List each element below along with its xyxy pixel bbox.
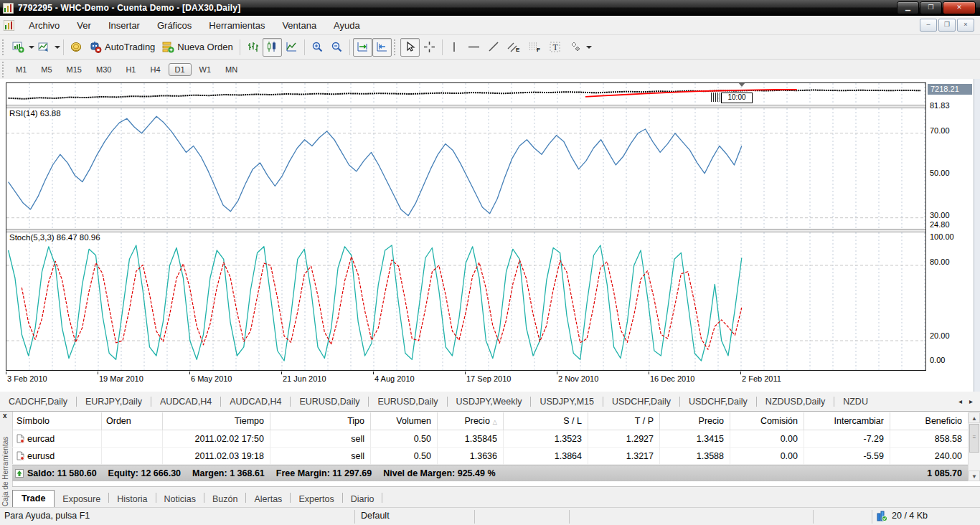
svg-text:T: T: [552, 42, 558, 52]
arrows-tool-button[interactable]: [566, 38, 585, 57]
timeframe-m1[interactable]: M1: [9, 63, 33, 76]
chart-tab-nzdusd[interactable]: NZDUSD,Daily: [757, 394, 834, 410]
terminal-tab-noticias[interactable]: Noticias: [156, 491, 204, 508]
order-row-eurcad[interactable]: eurcad 2011.02.02 17:50 sell 0.50 1.3584…: [12, 430, 968, 448]
tabs-scroll-left-icon[interactable]: ◂: [958, 397, 962, 405]
terminal-tab-historia[interactable]: Historia: [109, 491, 155, 508]
zoom-in-button[interactable]: [308, 38, 327, 57]
equidistant-channel-button[interactable]: E: [504, 38, 524, 57]
menu-insertar[interactable]: Insertar: [100, 17, 149, 34]
chart-tab-usdjpy-m15[interactable]: USDJPY,M15: [531, 394, 603, 410]
candlestick-chart-button[interactable]: [263, 38, 282, 57]
timeframe-h4[interactable]: H4: [143, 63, 166, 76]
profiles-dropdown-icon[interactable]: [55, 46, 60, 49]
auto-scroll-button[interactable]: [353, 38, 372, 57]
timeframe-m5[interactable]: M5: [34, 63, 58, 76]
menu-archivo[interactable]: Archivo: [20, 17, 68, 34]
menu-ver[interactable]: Ver: [68, 17, 100, 34]
status-bar: Para Ayuda, pulsa F1 Default 20 / 4 Kb: [0, 507, 980, 525]
col-tiempo[interactable]: Tiempo: [162, 412, 270, 430]
linestudies-grip[interactable]: [394, 39, 397, 55]
chart-tab-audcad-1[interactable]: AUDCAD,H4: [151, 394, 220, 410]
bar-chart-button[interactable]: [243, 38, 263, 57]
timeframe-d1[interactable]: D1: [169, 63, 192, 76]
chart-tab-overflow[interactable]: NZDU: [834, 394, 877, 410]
horizontal-line-button[interactable]: [463, 38, 484, 57]
terminal-tab-alertas[interactable]: Alertas: [246, 491, 290, 508]
chart-scrollbar[interactable]: [974, 79, 980, 392]
menu-ventana[interactable]: Ventana: [273, 17, 325, 34]
timeframe-h1[interactable]: H1: [119, 63, 142, 76]
timeframe-w1[interactable]: W1: [193, 63, 218, 76]
col-comision[interactable]: Comisión: [730, 412, 804, 430]
terminal-tab-expertos[interactable]: Expertos: [291, 491, 341, 508]
vertical-line-button[interactable]: [446, 38, 463, 57]
col-intercambiar[interactable]: Intercambiar: [804, 412, 890, 430]
minimize-button[interactable]: ▁: [897, 1, 919, 14]
terminal-tab-trade[interactable]: Trade: [12, 490, 55, 509]
restore-button[interactable]: ❐: [920, 1, 942, 14]
chart-close-button[interactable]: ×: [957, 19, 974, 32]
new-order-button[interactable]: Nueva Orden: [159, 38, 236, 57]
timeframe-mn[interactable]: MN: [219, 63, 244, 76]
timeframe-grip[interactable]: [2, 62, 6, 77]
chart-tab-eurjpy[interactable]: EURJPY,Daily: [77, 394, 151, 410]
col-precio-open[interactable]: Precio△: [437, 412, 503, 430]
chart-plot-area[interactable]: 10:00 RSI(14) 63.88 Stoch(5,3,3) 86.47 8…: [6, 82, 926, 371]
rsi-scale-70: 70.00: [930, 126, 950, 135]
cursor-button[interactable]: [400, 38, 420, 57]
col-beneficio[interactable]: Beneficio: [890, 412, 968, 430]
metaquotes-button[interactable]: [67, 38, 86, 57]
col-precio-current[interactable]: Precio: [659, 412, 730, 430]
sell-order-icon: [17, 434, 24, 443]
line-chart-button[interactable]: [282, 38, 301, 57]
terminal-tab-buzon[interactable]: Buzón: [204, 491, 245, 508]
tabs-scroll-right-icon[interactable]: ▸: [969, 397, 973, 405]
chart-shift-button[interactable]: [372, 38, 392, 57]
terminal-scrollbar[interactable]: ▲ ≡ ▼: [968, 412, 980, 481]
terminal-tab-exposure[interactable]: Exposure: [55, 491, 108, 508]
menu-herramientas[interactable]: Herramientas: [200, 17, 273, 34]
col-sl[interactable]: S / L: [503, 412, 588, 430]
col-tp[interactable]: T / P: [588, 412, 659, 430]
zoom-out-button[interactable]: [327, 38, 347, 57]
trendline-button[interactable]: [484, 38, 504, 57]
chart-tab-eurusd-1[interactable]: EURUSD,Daily: [291, 394, 368, 410]
text-label-button[interactable]: T: [545, 38, 566, 57]
new-chart-dropdown-icon[interactable]: [29, 46, 34, 49]
fibonacci-button[interactable]: F: [524, 38, 545, 57]
chart-tab-usdchf-2[interactable]: USDCHF,Daily: [680, 394, 756, 410]
timeframe-m15[interactable]: M15: [60, 63, 88, 76]
current-bar-marker-icon: [738, 83, 745, 87]
chart-minimize-button[interactable]: –: [920, 19, 937, 32]
chart-tab-cadchf[interactable]: CADCHF,Daily: [0, 394, 76, 410]
arrows-dropdown-icon[interactable]: [586, 46, 592, 49]
crosshair-button[interactable]: [420, 38, 439, 57]
terminal-close-icon[interactable]: x: [3, 412, 7, 420]
toolbar-grip[interactable]: [2, 39, 6, 55]
chart-tab-eurusd-2[interactable]: EURUSD,Daily: [369, 394, 446, 410]
close-button[interactable]: ✕: [943, 1, 976, 14]
chart-tab-audcad-2[interactable]: AUDCAD,H4: [221, 394, 290, 410]
chart-restore-button[interactable]: ❐: [938, 19, 956, 32]
col-simbolo[interactable]: Símbolo: [12, 412, 101, 430]
status-profile[interactable]: Default: [361, 511, 390, 521]
scroll-down-icon[interactable]: ▼: [969, 470, 980, 481]
chart-tab-usdjpy-weekly[interactable]: USDJPY,Weekly: [448, 394, 531, 410]
chart-tab-usdchf-1[interactable]: USDCHF,Daily: [603, 394, 679, 410]
scroll-up-icon[interactable]: ▲: [969, 412, 980, 423]
timeframe-m30[interactable]: M30: [90, 63, 118, 76]
new-chart-button[interactable]: [9, 38, 28, 57]
window-title: 7792295 - WHC-Demo - Cuenta Demo - [DAX3…: [18, 3, 240, 13]
terminal-tab-diario[interactable]: Diario: [343, 491, 382, 508]
profiles-button[interactable]: [34, 38, 54, 57]
col-orden[interactable]: Orden: [101, 412, 162, 430]
menu-graficos[interactable]: Gráficos: [149, 17, 200, 34]
col-tipo[interactable]: Tipo: [270, 412, 370, 430]
order-row-eurusd[interactable]: eurusd 2011.02.03 19:18 sell 0.50 1.3636…: [12, 448, 968, 465]
menu-ayuda[interactable]: Ayuda: [325, 17, 369, 34]
col-volumen[interactable]: Volumen: [370, 412, 437, 430]
scrollbar-thumb[interactable]: ≡: [969, 424, 979, 453]
autotrading-button[interactable]: AutoTrading: [86, 38, 159, 57]
balance-margin-level: Nivel de Margen: 925.49 %: [383, 468, 495, 478]
